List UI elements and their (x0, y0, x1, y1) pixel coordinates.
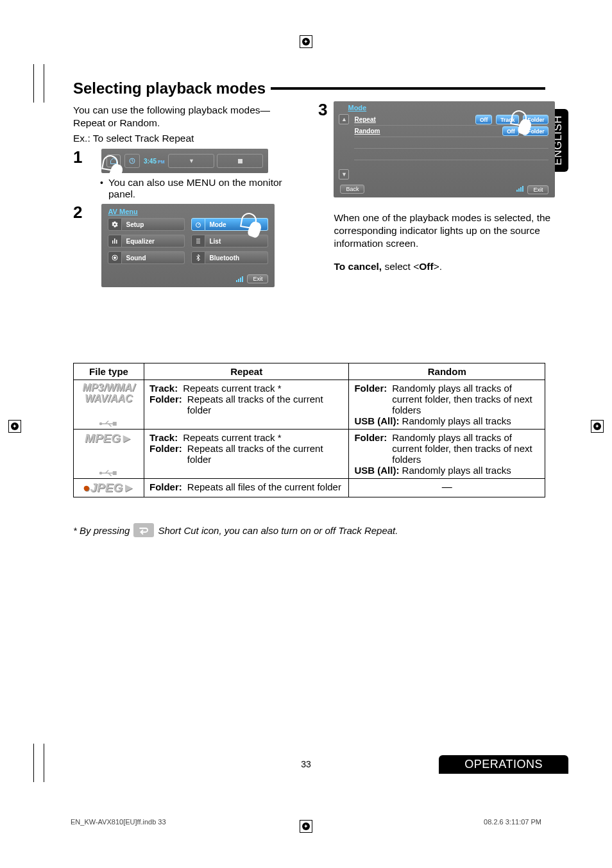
scroll-up-icon: ▲ (339, 114, 349, 124)
usb-icon (99, 468, 118, 476)
signal-bars-icon (516, 185, 523, 192)
mode-row-empty (354, 160, 548, 171)
menu-item-equalizer: Equalizer (108, 235, 185, 247)
print-registration-mark: ✦ (4, 415, 26, 437)
table-header: Repeat (144, 363, 348, 380)
bluetooth-icon (191, 251, 205, 264)
step-number: 3 (318, 101, 327, 118)
filetype-label: ●JPEG► (79, 481, 139, 494)
menu-item-bluetooth: Bluetooth (191, 251, 268, 264)
playback-modes-table: File type Repeat Random MP3/WMA/ WAV/AAC… (73, 363, 545, 497)
section-heading: Selecting playback modes (73, 79, 271, 97)
svg-rect-4 (116, 240, 117, 244)
step-number: 2 (73, 204, 82, 221)
table-row: ●JPEG► Folder:Repeats all files of the c… (74, 479, 545, 497)
step-number: 1 (73, 149, 82, 165)
print-registration-mark: ✦ (586, 415, 608, 437)
svg-rect-3 (114, 238, 115, 244)
filetype-label: WAV/AAC (79, 394, 139, 405)
speaker-icon (108, 251, 122, 264)
svg-point-9 (100, 472, 102, 474)
print-registration-mark: ✦ (295, 31, 317, 53)
shortcut-repeat-icon (133, 523, 154, 537)
bullet-icon: • (100, 177, 103, 188)
mode-row-random: Random Off Folder (354, 126, 548, 137)
chip: Folder (523, 115, 548, 124)
screen-title: AV Menu (108, 208, 268, 215)
table-row: MP3/WMA/ WAV/AAC Track:Repeats current t… (74, 380, 545, 430)
svg-rect-8 (114, 422, 117, 426)
svg-point-6 (114, 257, 116, 259)
table-header: Random (349, 363, 545, 380)
mode-row-empty (354, 149, 548, 160)
mode-row-empty (354, 137, 548, 149)
screenshot-top-bar: 3:45PM ▼ (101, 149, 268, 173)
scroll-down-icon: ▼ (339, 169, 349, 179)
print-file-name: EN_KW-AVX810[EU]ff.indb 33 (71, 818, 166, 826)
menu-item-setup: Setup (108, 218, 185, 231)
operations-tab: OPERATIONS (439, 755, 568, 774)
home-icon (106, 154, 121, 167)
back-button: Back (340, 185, 364, 194)
print-info-line: EN_KW-AVX810[EU]ff.indb 33 08.2.6 3:11:0… (71, 818, 541, 826)
filetype-label: MP3/WMA/ (79, 383, 139, 394)
exit-button: Exit (247, 274, 268, 283)
example-text: Ex.: To select Track Repeat (73, 132, 300, 145)
chip: Folder (523, 126, 548, 136)
screen-title: Mode (348, 104, 548, 112)
heading-rule (271, 87, 545, 90)
svg-point-7 (100, 423, 102, 425)
list-icon (191, 235, 205, 247)
stop-icon (217, 154, 263, 168)
chip: Off (475, 115, 492, 124)
exit-button: Exit (527, 185, 548, 194)
footnote: * By pressing Short Cut icon, you can al… (73, 523, 545, 537)
mode-row-repeat: Repeat Off Track Folder (354, 114, 548, 126)
table-row: MPEG► Track:Repeats current track * Fold… (74, 430, 545, 479)
screenshot-av-menu: AV Menu Setup (101, 204, 275, 287)
menu-item-list: List (191, 235, 268, 247)
filetype-label: MPEG► (79, 432, 139, 445)
usb-icon (99, 419, 118, 426)
bullet-text: You can also use MENU on the monitor pan… (108, 177, 300, 200)
av-button-icon (124, 154, 140, 168)
signal-bars-icon (235, 276, 243, 282)
equalizer-icon (108, 235, 122, 247)
print-timestamp: 08.2.6 3:11:07 PM (484, 818, 541, 826)
menu-item-sound: Sound (108, 251, 185, 264)
menu-item-mode: Mode (191, 218, 268, 231)
gear-icon (108, 218, 122, 231)
cancel-text: To cancel, select <Off>. (334, 260, 555, 273)
screenshot-mode-list: Mode ▲ ▼ Repeat Off Track Folder (334, 101, 555, 197)
dial-icon (191, 218, 205, 231)
clock-readout: 3:45PM (144, 158, 165, 165)
dropdown-icon: ▼ (168, 154, 214, 168)
crop-mark (33, 64, 34, 103)
not-applicable: — (349, 479, 545, 497)
table-header: File type (74, 363, 144, 380)
chip: Off (502, 126, 519, 136)
intro-text: You can use the following playback modes… (73, 104, 300, 129)
crop-mark (44, 64, 44, 103)
chip: Track (496, 115, 519, 124)
note-text: When one of the playback modes is select… (334, 212, 555, 250)
svg-rect-10 (114, 472, 117, 475)
svg-rect-2 (112, 240, 114, 244)
